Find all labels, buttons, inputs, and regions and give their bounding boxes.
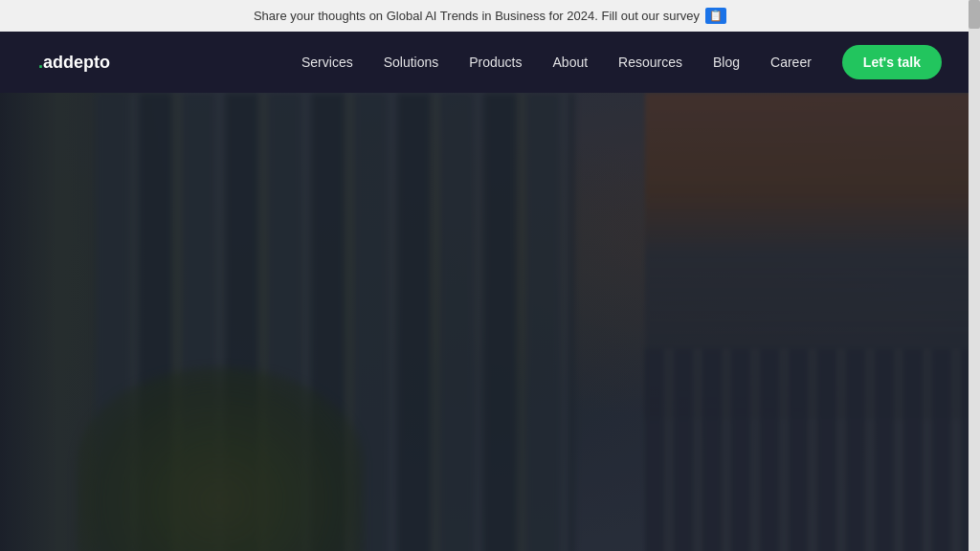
nav-item-about[interactable]: About	[553, 54, 589, 71]
dark-overlay	[0, 93, 980, 551]
nav-link-about[interactable]: About	[553, 55, 589, 70]
nav-item-career[interactable]: Career	[770, 54, 812, 71]
nav-item-resources[interactable]: Resources	[618, 54, 682, 71]
nav-link-career[interactable]: Career	[770, 55, 812, 70]
nav-link-resources[interactable]: Resources	[618, 55, 682, 70]
nav-link-solutions[interactable]: Solutions	[384, 55, 439, 70]
cta-button[interactable]: Let's talk	[842, 45, 942, 79]
nav-link-services[interactable]: Services	[301, 55, 353, 70]
survey-icon[interactable]: 📋	[705, 8, 726, 24]
hero-section	[0, 93, 980, 551]
nav-link-products[interactable]: Products	[469, 55, 522, 70]
nav-item-products[interactable]: Products	[469, 54, 522, 71]
announcement-bar: Share your thoughts on Global AI Trends …	[0, 0, 980, 32]
nav-links: Services Solutions Products About Resour…	[301, 54, 812, 71]
logo-name: addepto	[43, 53, 110, 73]
scrollbar-track[interactable]	[969, 0, 980, 551]
nav-link-blog[interactable]: Blog	[713, 55, 740, 70]
nav-item-solutions[interactable]: Solutions	[384, 54, 439, 71]
scrollbar-thumb[interactable]	[969, 0, 980, 29]
navbar: .addepto Services Solutions Products Abo…	[0, 32, 980, 93]
announcement-text: Share your thoughts on Global AI Trends …	[254, 9, 700, 23]
logo[interactable]: .addepto	[38, 53, 110, 73]
nav-item-blog[interactable]: Blog	[713, 54, 740, 71]
nav-item-services[interactable]: Services	[301, 54, 353, 71]
